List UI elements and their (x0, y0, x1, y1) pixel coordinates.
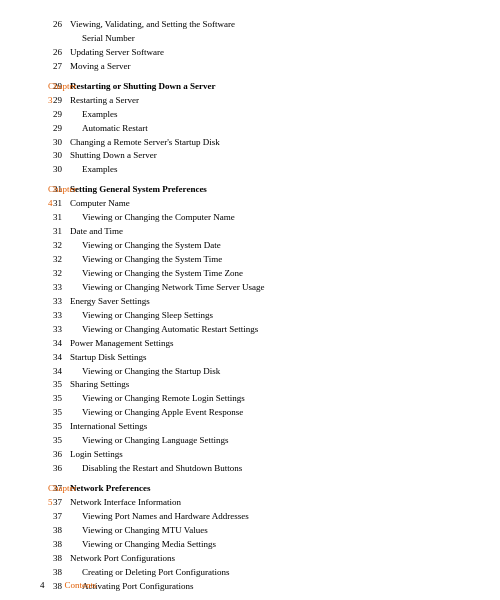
toc-page-number: 34 (40, 351, 62, 365)
toc-entry-text: Viewing or Changing the System Time (70, 253, 460, 267)
toc-entry-text: Viewing or Changing the System Date (70, 239, 460, 253)
toc-page-number: 31 (40, 225, 62, 239)
toc-row: 38Viewing or Changing MTU Values (40, 524, 460, 538)
toc-entry-text: Changing a Remote Server's Startup Disk (70, 136, 460, 150)
footer-label: Contents (65, 580, 97, 590)
toc-entry-text: International Settings (70, 420, 460, 434)
toc-entry-text: Viewing or Changing Media Settings (70, 538, 460, 552)
toc-page-number: 29 (40, 122, 62, 136)
toc-row: 32Viewing or Changing the System Date (40, 239, 460, 253)
toc-entry-text: Setting General System Preferences (70, 183, 460, 197)
toc-row: 33Viewing or Changing Sleep Settings (40, 309, 460, 323)
toc-row: 32Viewing or Changing the System Time Zo… (40, 267, 460, 281)
toc-entry-text: Energy Saver Settings (70, 295, 460, 309)
toc-entry-text: Viewing or Changing the System Time Zone (70, 267, 460, 281)
toc-page-number: 35 (40, 420, 62, 434)
toc-entry-text: Computer Name (70, 197, 460, 211)
toc-row: 35Viewing or Changing Apple Event Respon… (40, 406, 460, 420)
toc-page-number: 29 (40, 94, 62, 108)
toc-page-number: 27 (40, 60, 62, 74)
toc-entry-text: Viewing or Changing Network Time Server … (70, 281, 460, 295)
toc-page-number: 38 (40, 524, 62, 538)
toc-entry-text: Viewing or Changing MTU Values (70, 524, 460, 538)
toc-entry-text: Moving a Server (70, 60, 460, 74)
toc-page-number: 36 (40, 462, 62, 476)
toc-page-number: 33 (40, 323, 62, 337)
toc-page-number: 35 (40, 406, 62, 420)
toc-page-number: 32 (40, 267, 62, 281)
toc-page-number: 37 (40, 496, 62, 510)
toc-row: 30Examples (40, 163, 460, 177)
toc-row: 33Viewing or Changing Automatic Restart … (40, 323, 460, 337)
toc-entry-text: Serial Number (70, 32, 460, 46)
toc-row: 27Moving a Server (40, 60, 460, 74)
toc-row: 31Viewing or Changing the Computer Name (40, 211, 460, 225)
toc-page-number: 26 (40, 46, 62, 60)
toc-entry-text: Disabling the Restart and Shutdown Butto… (70, 462, 460, 476)
page-content: 26Viewing, Validating, and Setting the S… (0, 0, 500, 600)
toc-entry-text: Power Management Settings (70, 337, 460, 351)
toc-entry-text: Updating Server Software (70, 46, 460, 60)
toc-row: 29Automatic Restart (40, 122, 460, 136)
toc-row: Chapter 329Restarting or Shutting Down a… (40, 80, 460, 94)
toc-page-number: 32 (40, 239, 62, 253)
toc-entry-text: Network Preferences (70, 482, 460, 496)
toc-page-number: 30 (40, 136, 62, 150)
toc-row: 32Viewing or Changing the System Time (40, 253, 460, 267)
page-footer: 4 Contents (0, 580, 500, 590)
toc-row: Chapter 537Network Preferences (40, 482, 460, 496)
toc-page-number: 26 (40, 18, 62, 32)
toc-row: 38Creating or Deleting Port Configuratio… (40, 566, 460, 580)
toc-row: Serial Number (40, 32, 460, 46)
toc-row: 38Network Port Configurations (40, 552, 460, 566)
toc-entry-text: Network Port Configurations (70, 552, 460, 566)
toc-row: 26Updating Server Software (40, 46, 460, 60)
toc-entry-text: Viewing or Changing Apple Event Response (70, 406, 460, 420)
toc-entry-text: Examples (70, 108, 460, 122)
toc-row: 34Power Management Settings (40, 337, 460, 351)
toc-entry-text: Automatic Restart (70, 122, 460, 136)
toc-row: 35International Settings (40, 420, 460, 434)
toc-page-number: 34 (40, 337, 62, 351)
toc-row: 37Network Interface Information (40, 496, 460, 510)
toc-row: 29Examples (40, 108, 460, 122)
toc-entry-text: Viewing or Changing Sleep Settings (70, 309, 460, 323)
toc-entry-text: Restarting or Shutting Down a Server (70, 80, 460, 94)
toc-entry-text: Viewing or Changing Remote Login Setting… (70, 392, 460, 406)
toc-row: 31Computer Name (40, 197, 460, 211)
toc-entry-text: Viewing or Changing Language Settings (70, 434, 460, 448)
toc-entry-text: Sharing Settings (70, 378, 460, 392)
toc-entry-text: Date and Time (70, 225, 460, 239)
toc-page-number: 34 (40, 365, 62, 379)
toc-page-number: 31 (40, 197, 62, 211)
toc-page-number: 35 (40, 392, 62, 406)
toc-row: 35Viewing or Changing Remote Login Setti… (40, 392, 460, 406)
toc-entry-text: Viewing or Changing Automatic Restart Se… (70, 323, 460, 337)
toc-entry-text: Restarting a Server (70, 94, 460, 108)
toc-page-number: 33 (40, 281, 62, 295)
toc-entry-text: Viewing or Changing the Startup Disk (70, 365, 460, 379)
toc-row: 37Viewing Port Names and Hardware Addres… (40, 510, 460, 524)
toc-row: 33Energy Saver Settings (40, 295, 460, 309)
toc-row: 34Viewing or Changing the Startup Disk (40, 365, 460, 379)
toc-row: 36Login Settings (40, 448, 460, 462)
toc-page-number: 36 (40, 448, 62, 462)
toc-row: 33Viewing or Changing Network Time Serve… (40, 281, 460, 295)
toc-page-number: 31 (40, 211, 62, 225)
toc-entry-text: Viewing Port Names and Hardware Addresse… (70, 510, 460, 524)
toc-entry-text: Viewing, Validating, and Setting the Sof… (70, 18, 460, 32)
toc-row: 31Date and Time (40, 225, 460, 239)
toc-row: 29Restarting a Server (40, 94, 460, 108)
toc-row: 35Viewing or Changing Language Settings (40, 434, 460, 448)
toc-entry-text: Examples (70, 163, 460, 177)
toc-container: 26Viewing, Validating, and Setting the S… (40, 18, 460, 594)
toc-page-number: 38 (40, 552, 62, 566)
toc-page-number: 37 (40, 510, 62, 524)
toc-entry-text: Viewing or Changing the Computer Name (70, 211, 460, 225)
toc-page-number: 35 (40, 434, 62, 448)
toc-page-number: 35 (40, 378, 62, 392)
toc-page-number: 33 (40, 309, 62, 323)
toc-page-number: 29 (40, 108, 62, 122)
toc-row: Chapter 431Setting General System Prefer… (40, 183, 460, 197)
toc-entry-text: Startup Disk Settings (70, 351, 460, 365)
